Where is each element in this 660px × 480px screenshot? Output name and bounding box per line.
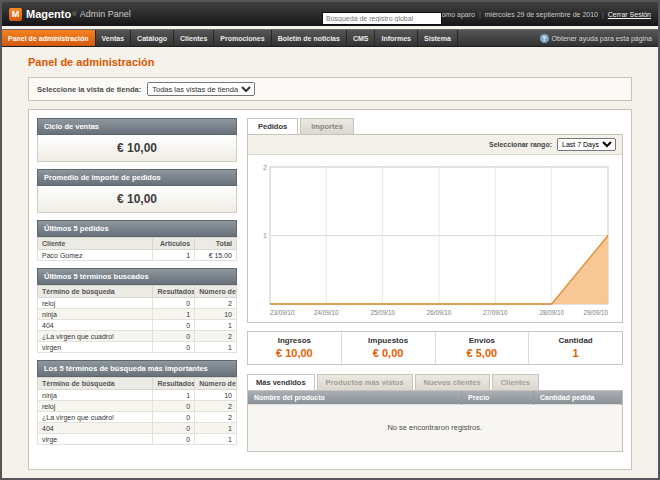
tab-productos-mas-vistos[interactable]: Productos más vistos: [317, 374, 413, 390]
tab-clientes[interactable]: Clientes: [492, 374, 539, 390]
table-row: 40401: [38, 320, 237, 331]
top-header: M Magento ® Admin Panel Accedió como apa…: [2, 2, 658, 26]
global-search-input[interactable]: [322, 12, 442, 25]
range-label: Seleccionar rango:: [489, 141, 552, 148]
column-header-numero-de-usos: Número de usos: [195, 286, 237, 298]
orders-chart: 1223/09/1024/09/1025/09/1026/09/1027/09/…: [254, 160, 616, 318]
table-cell: 1: [195, 434, 237, 445]
table-row: ¿La virgen que cuadro!02: [38, 412, 237, 423]
dashboard-sidebar: Ciclo de ventas € 10,00 Promedio de impo…: [37, 118, 237, 461]
stat-cantidad: Cantidad1: [528, 332, 622, 364]
global-search: [322, 7, 442, 25]
logo-text: Magento: [26, 8, 71, 20]
store-view-select[interactable]: Todas las vistas de tienda: [147, 82, 255, 96]
table-cell: Paco Gomez: [38, 250, 153, 261]
stat-label: Impuestos: [342, 336, 435, 345]
separator: |: [602, 11, 604, 18]
empty-message: No se encontraron registros.: [248, 405, 622, 451]
bottom-tabs: Más vendidosProductos más vistosNuevos c…: [247, 374, 623, 390]
nav-item-ventas[interactable]: Ventas: [96, 30, 132, 46]
table-header-row: ClienteArtículosTotal: [38, 238, 237, 250]
stat-value: € 10,00: [248, 347, 341, 359]
table-row: reloj02: [38, 401, 237, 412]
stat-impuestos: Impuestos€ 0,00: [341, 332, 435, 364]
panel-title-last-orders: Últimos 5 pedidos: [37, 220, 237, 237]
table-cell: 1: [153, 250, 195, 261]
chart-panel: Seleccionar rango: Last 7 Days 1223/09/1…: [247, 134, 623, 323]
logout-link[interactable]: Cerrar Sesión: [608, 11, 651, 18]
column-header-precio: Precio: [462, 391, 534, 405]
svg-text:29/09/10: 29/09/10: [583, 309, 608, 316]
logo-subtitle: Admin Panel: [80, 9, 131, 19]
help-label: Obtener ayuda para esta página: [552, 35, 652, 42]
panel-title-top-search-terms: Los 5 términos de búsqueda más important…: [37, 360, 237, 377]
table-row: virgen01: [38, 342, 237, 353]
range-selector-row: Seleccionar rango: Last 7 Days: [248, 135, 622, 155]
table-cell: 0: [153, 423, 195, 434]
nav-item-sistema[interactable]: Sistema: [418, 30, 458, 46]
table-row: ninja110: [38, 309, 237, 320]
tab-mas-vendidos[interactable]: Más vendidos: [247, 374, 315, 390]
top-search-terms-panel: Los 5 términos de búsqueda más important…: [37, 360, 237, 445]
nav-item-cms[interactable]: CMS: [347, 30, 376, 46]
nav-items: Panel de administraciónVentasCatálogoCli…: [2, 30, 458, 46]
table-cell: 10: [195, 309, 237, 320]
nav-item-informes[interactable]: Informes: [375, 30, 418, 46]
store-view-label: Seleccione la vista de tienda:: [37, 85, 141, 94]
table-cell: 2: [195, 298, 237, 309]
trademark-symbol: ®: [72, 11, 76, 17]
magento-logo[interactable]: M Magento ® Admin Panel: [9, 8, 131, 21]
svg-text:28/09/10: 28/09/10: [539, 309, 564, 316]
table-cell: ninja: [38, 390, 153, 401]
nav-item-promociones[interactable]: Promociones: [214, 30, 271, 46]
nav-item-panel-de-administracion[interactable]: Panel de administración: [2, 30, 96, 46]
magento-admin-page: M Magento ® Admin Panel Accedió como apa…: [0, 0, 660, 480]
tab-importes[interactable]: Importes: [300, 118, 354, 134]
table-cell: 2: [195, 412, 237, 423]
table-cell: ¿La virgen que cuadro!: [38, 331, 153, 342]
table-cell: € 15.00: [195, 250, 237, 261]
panel-title-lifetime-sales: Ciclo de ventas: [37, 118, 237, 135]
help-icon: ?: [540, 34, 549, 43]
nav-item-catalogo[interactable]: Catálogo: [131, 30, 174, 46]
stat-value: € 0,00: [342, 347, 435, 359]
stat-label: Ingresos: [248, 336, 341, 345]
table-row: ¿La virgen que cuadro!02: [38, 331, 237, 342]
stat-ingresos: Ingresos€ 10,00: [248, 332, 341, 364]
table-header-row: Nombre del productoPrecioCantidad pedida: [248, 391, 622, 405]
table-cell: 0: [153, 434, 195, 445]
magento-logo-icon: M: [9, 8, 22, 21]
stats-row: Ingresos€ 10,00Impuestos€ 0,00Envíos€ 5,…: [247, 331, 623, 365]
nav-item-clientes[interactable]: Clientes: [174, 30, 214, 46]
average-orders-panel: Promedio de importe de pedidos € 10,00: [37, 169, 237, 213]
tab-nuevos-clientes[interactable]: Nuevos clientes: [415, 374, 490, 390]
stat-label: Cantidad: [529, 336, 622, 345]
chart-tabs: PedidosImportes: [247, 118, 623, 134]
column-header-cliente: Cliente: [38, 238, 153, 250]
svg-text:26/09/10: 26/09/10: [427, 309, 452, 316]
table-cell: 2: [195, 401, 237, 412]
table-cell: 2: [195, 331, 237, 342]
table-header-row: Término de búsquedaResultadosNúmero de u…: [38, 378, 237, 390]
table-header-row: Término de búsquedaResultadosNúmero de u…: [38, 286, 237, 298]
table-cell: 404: [38, 320, 153, 331]
table-row: 40401: [38, 423, 237, 434]
table-cell: reloj: [38, 298, 153, 309]
column-header-termino-de-busqueda: Término de búsqueda: [38, 286, 153, 298]
last-search-terms-panel: Últimos 5 términos buscados Término de b…: [37, 268, 237, 353]
svg-text:27/09/10: 27/09/10: [483, 309, 508, 316]
table-cell: 0: [153, 342, 195, 353]
stat-value: € 5,00: [436, 347, 529, 359]
column-header-nombre-del-producto: Nombre del producto: [248, 391, 462, 405]
column-header-articulos: Artículos: [153, 238, 195, 250]
table-cell: 0: [153, 401, 195, 412]
products-table: Nombre del productoPrecioCantidad pedida…: [248, 391, 622, 451]
help-link[interactable]: ? Obtener ayuda para esta página: [534, 30, 658, 46]
header-user-info: Accedió como aparo | miércoles 29 de sep…: [411, 11, 651, 18]
nav-item-boletin-de-noticias[interactable]: Boletín de noticias: [272, 30, 347, 46]
column-header-resultados: Resultados: [153, 378, 195, 390]
tab-pedidos[interactable]: Pedidos: [247, 118, 298, 134]
range-select[interactable]: Last 7 Days: [557, 138, 616, 151]
table-cell: virge: [38, 434, 153, 445]
table-cell: 0: [153, 298, 195, 309]
